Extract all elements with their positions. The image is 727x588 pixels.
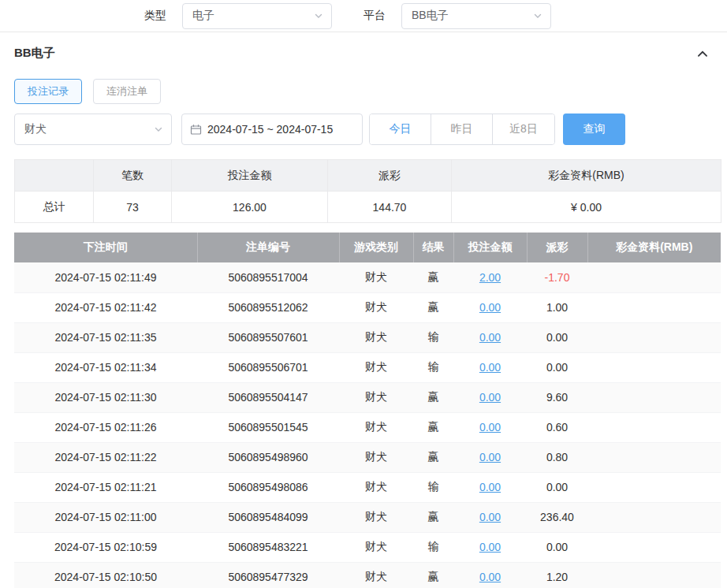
game-select-value: 财犬 [24,122,47,136]
bonus [587,562,721,588]
range-yesterday-button[interactable]: 昨日 [431,114,493,144]
bet-amount-link[interactable]: 2.00 [479,271,501,284]
payout: 0.80 [527,442,587,472]
payout: 236.40 [527,502,587,532]
game-type: 财犬 [339,292,413,322]
order-no: 5060895498960 [197,442,339,472]
bet-time: 2024-07-15 02:11:49 [14,262,197,292]
search-button[interactable]: 查询 [563,114,625,145]
header-game-type: 游戏类别 [339,233,413,262]
table-row: 2024-07-15 02:11:30 5060895504147 财犬 赢 0… [14,382,721,412]
order-no: 5060895483221 [197,532,339,562]
chevron-down-icon [314,11,323,20]
filter-row: 财犬 2024-07-15 ~ 2024-07-15 今日 昨日 近8日 查询 [14,114,713,145]
order-no: 5060895512062 [197,292,339,322]
game-type: 财犬 [339,532,413,562]
result: 赢 [413,442,453,472]
table-row: 2024-07-15 02:11:42 5060895512062 财犬 赢 0… [14,292,721,322]
payout: -1.70 [527,262,587,292]
summary-total-bonus: ¥ 0.00 [452,192,721,223]
header-result: 结果 [413,233,453,262]
table-row: 2024-07-15 02:11:00 5060895484099 财犬 赢 0… [14,502,721,532]
table-row: 2024-07-15 02:11:49 5060895517004 财犬 赢 2… [14,262,721,292]
bet-amount-cell: 0.00 [453,412,527,442]
summary-header-bet-amount: 投注金额 [172,160,328,192]
payout: 0.60 [527,412,587,442]
game-type: 财犬 [339,472,413,502]
order-no: 5060895498086 [197,472,339,502]
bet-amount-link[interactable]: 0.00 [479,331,501,344]
game-type: 财犬 [339,352,413,382]
bet-time: 2024-07-15 02:11:34 [14,352,197,382]
summary-header-count: 笔数 [94,160,172,192]
range-last8days-button[interactable]: 近8日 [493,114,554,144]
bet-time: 2024-07-15 02:11:26 [14,412,197,442]
top-filter-bar: 类型 电子 平台 BB电子 [0,0,727,32]
date-range-picker[interactable]: 2024-07-15 ~ 2024-07-15 [181,114,363,145]
bet-time: 2024-07-15 02:11:42 [14,292,197,322]
platform-select[interactable]: BB电子 [401,3,551,29]
header-bet-time: 下注时间 [14,233,197,262]
payout: 0.00 [527,472,587,502]
bet-amount-link[interactable]: 0.00 [479,421,501,434]
type-select[interactable]: 电子 [182,3,332,29]
range-today-button[interactable]: 今日 [370,114,431,144]
bet-amount-link[interactable]: 0.00 [479,451,501,463]
header-order-no: 注单编号 [197,233,339,262]
summary-total-bet-amount: 126.00 [172,192,328,223]
bet-amount-link[interactable]: 0.00 [479,541,501,553]
order-no: 5060895484099 [197,502,339,532]
type-select-value: 电子 [192,9,214,23]
game-type: 财犬 [339,382,413,412]
bet-amount-link[interactable]: 0.00 [479,571,501,583]
bet-amount-link[interactable]: 0.00 [479,511,501,523]
bet-amount-link[interactable]: 0.00 [479,361,501,374]
result: 输 [413,322,453,352]
bet-time: 2024-07-15 02:11:00 [14,502,197,532]
order-no: 5060895517004 [197,262,339,292]
order-no: 5060895501545 [197,412,339,442]
result: 输 [413,472,453,502]
tab-bet-records[interactable]: 投注记录 [14,79,82,104]
bet-amount-link[interactable]: 0.00 [479,301,501,314]
bonus [587,472,721,502]
bet-amount-cell: 0.00 [453,532,527,562]
chevron-up-icon[interactable] [695,47,710,61]
payout: 1.00 [527,292,587,322]
tab-cancelled-orders[interactable]: 连消注单 [93,79,161,104]
bonus [587,292,721,322]
summary-total-label: 总计 [15,192,94,223]
bonus [587,322,721,352]
result: 赢 [413,292,453,322]
table-row: 2024-07-15 02:10:59 5060895483221 财犬 输 0… [14,532,721,562]
bet-amount-link[interactable]: 0.00 [479,481,501,493]
bet-amount-cell: 0.00 [453,502,527,532]
result: 赢 [413,502,453,532]
page-title: BB电子 [14,46,55,61]
header-bet-amount: 投注金额 [453,233,527,262]
payout: 0.00 [527,352,587,382]
bet-amount-cell: 0.00 [453,472,527,502]
payout: 0.00 [527,322,587,352]
game-type: 财犬 [339,442,413,472]
section-header: BB电子 [14,46,713,61]
summary-header-row: 笔数 投注金额 派彩 彩金资料(RMB) [15,160,721,192]
bonus [587,442,721,472]
bet-amount-cell: 0.00 [453,322,527,352]
platform-label: 平台 [364,9,386,23]
game-type: 财犬 [339,412,413,442]
type-label: 类型 [144,9,166,23]
payout: 1.20 [527,562,587,588]
game-select[interactable]: 财犬 [14,114,172,145]
game-type: 财犬 [339,322,413,352]
summary-header-payout: 派彩 [328,160,452,192]
bet-amount-link[interactable]: 0.00 [479,391,501,404]
bonus [587,412,721,442]
result: 赢 [413,262,453,292]
header-payout: 派彩 [527,233,587,262]
summary-header-bonus: 彩金资料(RMB) [452,160,721,192]
chevron-down-icon [533,11,542,20]
result: 输 [413,352,453,382]
bonus [587,382,721,412]
summary-total-count: 73 [94,192,172,223]
